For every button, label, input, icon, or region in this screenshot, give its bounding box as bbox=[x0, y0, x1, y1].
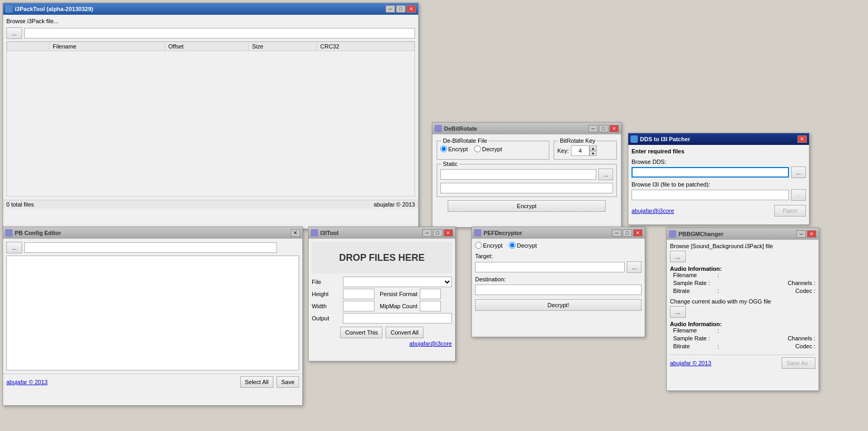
pbbgm-changer-title-buttons: ─ ✕ bbox=[796, 230, 816, 238]
i3pack-close-btn[interactable]: ✕ bbox=[407, 5, 416, 13]
pef-browse-btn[interactable]: ... bbox=[627, 261, 642, 273]
i3itool-file-select[interactable] bbox=[343, 277, 452, 287]
i3pack-table-container: Filename Offset Size CRC32 bbox=[6, 41, 415, 197]
dds-patcher-dds-input[interactable] bbox=[632, 167, 789, 178]
i3pack-browse-btn[interactable]: ... bbox=[6, 27, 22, 39]
pef-decryptor-close-btn[interactable]: ✕ bbox=[633, 229, 643, 237]
i3itool-height-input[interactable] bbox=[343, 289, 374, 299]
debitrotate-key-input[interactable] bbox=[571, 145, 589, 156]
debitrotate-minimize-btn[interactable]: ─ bbox=[588, 125, 598, 132]
i3itool-drop-text: DROP FILES HERE bbox=[339, 252, 425, 263]
pbbgm-changer-close-btn[interactable]: ✕ bbox=[807, 230, 816, 238]
pbbgm-filename-label1: Filename bbox=[673, 272, 715, 278]
i3pack-tool-title: i3PackTool (alpha-20130329) bbox=[15, 6, 386, 12]
i3itool-title-buttons: ─ □ ✕ bbox=[422, 229, 453, 237]
debitrotate-content: De-BitRotate File Encrypt Decrypt BitRot… bbox=[432, 134, 621, 216]
pbbgm-filename-colon1: : bbox=[717, 272, 719, 278]
pb-config-title: PB Config Editor bbox=[15, 230, 291, 236]
pbbgm-browse2-row: ... bbox=[670, 306, 815, 318]
pef-decryptor-minimize-btn[interactable]: ─ bbox=[612, 229, 622, 237]
debitrotate-decrypt-radio-label[interactable]: Decrypt bbox=[474, 145, 502, 152]
debitrotate-encrypt-btn[interactable]: Encrypt bbox=[448, 200, 606, 212]
i3itool-close-btn[interactable]: ✕ bbox=[443, 229, 453, 237]
pbbgm-changer-minimize-btn[interactable]: ─ bbox=[796, 230, 806, 238]
pef-decryptor-titlebar: PEFDecryptor ─ □ ✕ bbox=[472, 227, 645, 239]
dds-patcher-browse-btn2[interactable]: ... bbox=[791, 189, 806, 201]
i3pack-minimize-btn[interactable]: ─ bbox=[386, 5, 395, 13]
pb-config-file-input[interactable] bbox=[24, 242, 277, 253]
dds-patcher-i3i-row: ... bbox=[632, 189, 806, 201]
pef-decrypt-btn[interactable]: Decrypt! bbox=[475, 299, 642, 311]
pbbgm-bitrate1-row: Bitrate : Codec : bbox=[673, 288, 815, 294]
pbbgm-sample-rate-label1: Sample Rate : bbox=[673, 280, 715, 286]
debitrotate-title-buttons: ─ □ ✕ bbox=[588, 125, 619, 132]
debitrotate-decrypt-radio[interactable] bbox=[474, 145, 481, 152]
debitrotate-icon bbox=[435, 125, 442, 132]
i3pack-maximize-btn[interactable]: □ bbox=[396, 5, 406, 13]
debitrotate-encrypt-label: Encrypt bbox=[448, 146, 468, 152]
pef-encrypt-radio[interactable] bbox=[475, 242, 482, 249]
pbbgm-audio-info1-label: Audio Information: bbox=[670, 266, 815, 272]
pb-config-browse-btn[interactable]: ... bbox=[6, 242, 22, 253]
pbbgm-browse-btn[interactable]: ... bbox=[670, 251, 686, 262]
dds-patcher-browse-btn1[interactable]: ... bbox=[791, 166, 806, 178]
i3pack-col-size: Size bbox=[249, 42, 317, 51]
debitrotate-title: DeBitRotate bbox=[444, 125, 588, 132]
dds-patcher-icon bbox=[630, 135, 638, 143]
debitrotate-encrypt-radio[interactable] bbox=[440, 145, 447, 152]
debitrotate-static-input2[interactable] bbox=[440, 183, 613, 193]
pb-config-textarea[interactable] bbox=[6, 256, 299, 370]
debitrotate-key-group: BitRotate Key Key: ▲ ▼ bbox=[554, 141, 617, 160]
debitrotate-spin-up[interactable]: ▲ bbox=[589, 145, 597, 151]
pbbgm-sample-rate1-row: Sample Rate : Channels : bbox=[673, 280, 815, 286]
pbbgm-save-as-btn[interactable]: Save As ' bbox=[782, 357, 815, 369]
dds-patcher-content: Enter required files Browse DDS: ... Bro… bbox=[628, 145, 809, 220]
pef-decryptor-radio-group: Encrypt Decrypt bbox=[475, 242, 642, 249]
pef-decryptor-window: PEFDecryptor ─ □ ✕ Encrypt Decrypt Targe… bbox=[471, 227, 645, 337]
pef-target-input[interactable] bbox=[475, 262, 625, 272]
pb-config-save-btn[interactable]: Save bbox=[277, 376, 299, 388]
dds-patcher-patch-btn[interactable]: Patch bbox=[774, 205, 806, 217]
i3itool-file-label: File bbox=[312, 279, 341, 285]
pb-config-close-btn[interactable]: ✕ bbox=[291, 229, 300, 237]
debitrotate-spin-down[interactable]: ▼ bbox=[589, 151, 597, 156]
i3itool-width-label: Width bbox=[312, 303, 341, 309]
pbbgm-browse-btn2[interactable]: ... bbox=[670, 306, 686, 318]
pef-decrypt-radio[interactable] bbox=[509, 242, 516, 249]
i3itool-drop-zone[interactable]: DROP FILES HERE bbox=[312, 242, 452, 273]
i3itool-output-input[interactable] bbox=[343, 313, 452, 324]
i3itool-mipmap-input[interactable] bbox=[420, 301, 441, 311]
i3itool-maximize-btn[interactable]: □ bbox=[433, 229, 442, 237]
i3itool-width-input[interactable] bbox=[343, 301, 374, 311]
pb-config-link[interactable]: abujafar © 2013 bbox=[6, 379, 47, 385]
pbbgm-codec-label2: Codec : bbox=[795, 343, 815, 349]
debitrotate-static-input1[interactable] bbox=[440, 169, 596, 180]
i3itool-link[interactable]: abujafar@i3core bbox=[409, 340, 452, 347]
debitrotate-close-btn[interactable]: ✕ bbox=[609, 125, 619, 132]
i3itool-convert-this-btn[interactable]: Convert This bbox=[340, 327, 382, 338]
i3pack-file-input[interactable] bbox=[24, 28, 415, 38]
debitrotate-maximize-btn[interactable]: □ bbox=[599, 125, 608, 132]
i3itool-height-label: Height bbox=[312, 291, 341, 297]
pef-encrypt-label: Encrypt bbox=[483, 242, 502, 249]
pef-target-row: ... bbox=[475, 261, 642, 273]
i3itool-convert-all-btn[interactable]: Convert All bbox=[386, 327, 423, 338]
i3itool-minimize-btn[interactable]: ─ bbox=[422, 229, 432, 237]
pbbgm-link[interactable]: abujafar © 2013 bbox=[670, 360, 711, 366]
dds-patcher-close-btn[interactable]: ✕ bbox=[797, 135, 807, 143]
pbbgm-sample-rate2-row: Sample Rate : Channels : bbox=[673, 335, 815, 341]
pef-destination-input[interactable] bbox=[475, 285, 642, 295]
pef-decrypt-radio-label[interactable]: Decrypt bbox=[509, 242, 537, 249]
i3itool-persist-format-input[interactable] bbox=[420, 289, 441, 299]
pef-encrypt-radio-label[interactable]: Encrypt bbox=[475, 242, 502, 249]
debitrotate-encrypt-radio-label[interactable]: Encrypt bbox=[440, 145, 468, 152]
pbbgm-browse-row: ... bbox=[670, 251, 815, 262]
dds-patcher-i3i-input[interactable] bbox=[632, 190, 789, 200]
debitrotate-static-browse-btn[interactable]: ... bbox=[598, 169, 613, 180]
pbbgm-colon4: : bbox=[717, 343, 719, 349]
dds-patcher-link[interactable]: abujafar@i3core bbox=[632, 208, 674, 214]
pb-config-select-all-btn[interactable]: Select All bbox=[240, 376, 273, 388]
pef-decryptor-maximize-btn[interactable]: □ bbox=[623, 229, 632, 237]
i3pack-col-filename: Filename bbox=[50, 42, 165, 51]
debitrotate-window: DeBitRotate ─ □ ✕ De-BitRotate File Encr… bbox=[432, 122, 622, 228]
